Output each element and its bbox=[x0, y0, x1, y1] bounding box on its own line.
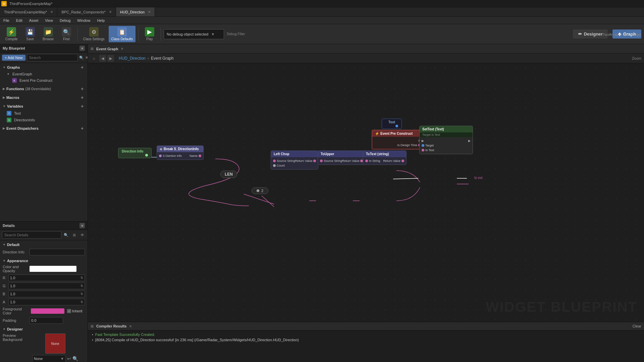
event-pre-construct-pins: ▶ Is Design Time bbox=[372, 137, 423, 149]
details-grid-icon[interactable]: ⊞ bbox=[71, 232, 77, 238]
b-input[interactable]: 1.0 ⇅ bbox=[8, 291, 85, 297]
len-node[interactable]: LEN bbox=[220, 171, 237, 178]
left-chop-return-pin[interactable] bbox=[313, 160, 316, 162]
r-input[interactable]: 1.0 ⇅ bbox=[8, 275, 85, 281]
zoom-label[interactable]: Zoom bbox=[632, 56, 641, 60]
tree-item-direction-info-var[interactable]: S DirectionInfo bbox=[0, 117, 88, 123]
designer-section-header[interactable]: ▼ Designer bbox=[0, 326, 88, 332]
to-upper-node[interactable]: ToUpper Source String Return Value bbox=[318, 150, 365, 165]
color-opacity-swatch[interactable] bbox=[30, 266, 76, 272]
browse-button[interactable]: 📁 Browse bbox=[40, 26, 57, 42]
compiler-close-btn[interactable]: ✕ bbox=[128, 323, 133, 329]
details-search-icon[interactable]: 🔍 bbox=[63, 232, 69, 238]
menu-help[interactable]: Help bbox=[94, 18, 108, 23]
inherit-checkbox[interactable] bbox=[67, 309, 71, 313]
set-text-node[interactable]: SetText (Text) Target is Text ▶ ▶ Target bbox=[419, 126, 473, 154]
direction-info-out-pin[interactable] bbox=[145, 154, 148, 157]
break-in-pin-dot[interactable] bbox=[159, 155, 162, 157]
set-text-target-pin[interactable] bbox=[422, 144, 424, 147]
to-text-return-pin[interactable] bbox=[401, 160, 404, 162]
tab-third-person-map[interactable]: ThirdPersonExampleMap* ✕ bbox=[0, 7, 57, 16]
tab-close-third-person[interactable]: ✕ bbox=[50, 10, 53, 14]
nav-forward-btn[interactable]: ▶ bbox=[107, 55, 114, 62]
play-button[interactable]: ▶ Play bbox=[141, 26, 158, 42]
to-upper-source-pin[interactable] bbox=[320, 160, 323, 162]
tree-item-event-pre-construct[interactable]: E Event Pre Construct bbox=[0, 77, 88, 84]
details-close-btn[interactable]: ✕ bbox=[79, 223, 85, 228]
set-text-exec-out-pin[interactable]: ▶ bbox=[468, 139, 471, 142]
default-section-header[interactable]: ▼ Default bbox=[0, 242, 88, 248]
text-var-out-pin[interactable] bbox=[395, 125, 398, 127]
search-icon[interactable]: 🔍 bbox=[79, 54, 84, 61]
tab-close-bpc-radar[interactable]: ✕ bbox=[109, 10, 112, 14]
left-chop-source-pin[interactable] bbox=[273, 160, 276, 162]
tab-label: HUD_Direction bbox=[120, 10, 145, 14]
menu-window[interactable]: Window bbox=[74, 18, 94, 23]
break-directioninfo-node[interactable]: ◆ Break S_DirectionInfo S Diertion Info bbox=[157, 145, 204, 160]
graph-canvas[interactable]: WIDGET BLUEPRINT bbox=[88, 63, 644, 322]
home-icon[interactable]: ⌂ bbox=[91, 55, 97, 62]
event-pre-construct-node[interactable]: ⚡ Event Pre Construct ▶ Is Design Time bbox=[372, 130, 424, 149]
add-dispatcher-btn[interactable]: + bbox=[79, 126, 85, 131]
graph-close-btn[interactable]: ✕ bbox=[119, 46, 125, 52]
panel-close-btn[interactable]: ✕ bbox=[79, 46, 85, 51]
set-text-exec-in-pin[interactable]: ▶ bbox=[422, 139, 424, 142]
save-button[interactable]: 💾 Save bbox=[22, 26, 39, 42]
graphs-header[interactable]: ▼ Graphs + bbox=[0, 64, 88, 71]
tab-close-hud-direction[interactable]: ✕ bbox=[148, 10, 151, 14]
direction-info-value[interactable] bbox=[30, 249, 85, 255]
menu-asset[interactable]: Asset bbox=[26, 18, 42, 23]
reset-icon[interactable]: ↩ bbox=[67, 356, 71, 361]
break-out-pin-dot[interactable] bbox=[199, 155, 201, 157]
direction-info-node[interactable]: Direction Info bbox=[118, 148, 152, 158]
add-variable-btn[interactable]: + bbox=[79, 104, 85, 109]
menu-edit[interactable]: Edit bbox=[13, 18, 26, 23]
add-function-btn[interactable]: + bbox=[79, 86, 85, 92]
set-text-intext-pin[interactable] bbox=[422, 149, 424, 152]
left-chop-count-pin[interactable] bbox=[273, 164, 276, 167]
to-text-return-label: Return Value bbox=[383, 159, 400, 163]
class-settings-button[interactable]: ⚙ Class Settings bbox=[80, 26, 107, 42]
tree-item-eventgraph[interactable]: ▼ EventGraph bbox=[0, 71, 88, 77]
to-text-in-pin-dot[interactable] bbox=[365, 160, 368, 162]
tree-item-text-var[interactable]: T Text bbox=[0, 110, 88, 117]
breadcrumb-project[interactable]: HUD_Direction bbox=[119, 56, 146, 61]
tab-bpc-radar[interactable]: BPC_Radar_Components* ✕ bbox=[57, 7, 116, 16]
menu-debug[interactable]: Debug bbox=[56, 18, 74, 23]
event-dispatchers-header[interactable]: ▶ Event Dispatchers + bbox=[0, 125, 88, 132]
to-text-node[interactable]: ToText (string) In String Return Value bbox=[363, 150, 407, 165]
preview-select[interactable]: None ▼ bbox=[32, 355, 66, 362]
macros-header[interactable]: ▶ Macros + bbox=[0, 94, 88, 101]
eye-icon[interactable]: 👁 bbox=[85, 54, 88, 61]
tab-hud-direction[interactable]: HUD_Direction ✕ bbox=[116, 7, 155, 16]
details-search-input[interactable] bbox=[2, 231, 61, 239]
details-actions: ✕ bbox=[79, 223, 85, 228]
menu-view[interactable]: View bbox=[42, 18, 56, 23]
left-chop-node[interactable]: Left Chop Source String Return Value bbox=[271, 150, 318, 170]
search-icon[interactable]: 🔍 bbox=[72, 356, 78, 361]
debug-filter-dropdown[interactable]: No debug object selected ▼ bbox=[164, 29, 224, 39]
g-input[interactable]: 1.0 ⇅ bbox=[8, 283, 85, 289]
r-value: 1.0 bbox=[10, 276, 15, 280]
add-macro-btn[interactable]: + bbox=[79, 95, 85, 100]
menu-file[interactable]: File bbox=[0, 18, 13, 23]
compile-button[interactable]: ⚡ Compile bbox=[3, 26, 20, 42]
foreground-color-swatch[interactable] bbox=[31, 308, 64, 314]
class-defaults-button[interactable]: 📋 Class Defaults bbox=[109, 26, 136, 42]
a-input[interactable]: 1.0 ⇅ bbox=[8, 299, 85, 305]
padding-input[interactable]: 0.0 bbox=[30, 317, 63, 324]
clear-btn[interactable]: Clear bbox=[633, 324, 641, 328]
functions-header[interactable]: ▶ Functions (38 Overridable) + bbox=[0, 85, 88, 93]
add-graph-btn[interactable]: + bbox=[79, 65, 85, 70]
value-2-out-pin[interactable] bbox=[257, 189, 259, 192]
nav-back-btn[interactable]: ◀ bbox=[99, 55, 106, 62]
add-new-button[interactable]: + Add New bbox=[2, 55, 25, 61]
preview-bg-box[interactable]: None bbox=[45, 334, 65, 354]
blueprint-search-input[interactable] bbox=[27, 54, 78, 61]
appearance-section-header[interactable]: ▼ Appearance bbox=[0, 258, 88, 264]
value-2-node[interactable]: 2 bbox=[252, 187, 268, 194]
text-var-node[interactable]: Text bbox=[382, 119, 402, 129]
find-button[interactable]: 🔍 Find bbox=[58, 26, 75, 42]
details-eye-icon[interactable]: 👁 bbox=[79, 232, 86, 238]
variables-header[interactable]: ▼ Variables + bbox=[0, 103, 88, 110]
